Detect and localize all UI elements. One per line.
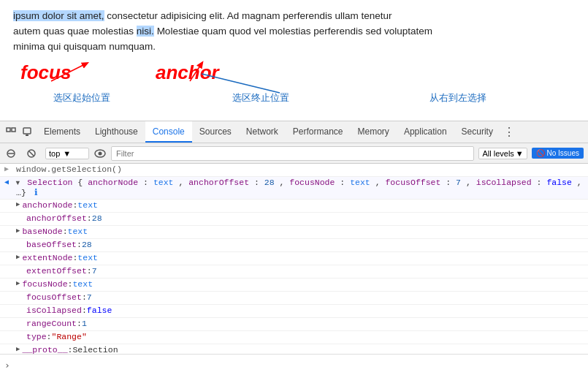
text-after-highlight: consectetur adipisicing elit. Ad magnam … <box>104 10 392 21</box>
devtools-panel: Elements Lighthouse Console Sources Netw… <box>0 121 588 375</box>
level-arrow: ▼ <box>516 149 524 158</box>
prop-type: type : "Range" <box>0 331 588 344</box>
prop-extent-offset: extentOffset : 7 <box>0 265 588 279</box>
console-output[interactable]: ▶ window.getSelection() ◀ ▶ Selection { … <box>0 164 588 354</box>
paragraph-line2: autem quas quae molestias nisi. Molestia… <box>13 26 432 37</box>
context-value: top <box>49 149 60 158</box>
tab-elements[interactable]: Elements <box>37 121 88 143</box>
expand-base-node[interactable]: ▶ <box>16 227 20 235</box>
paragraph-line3: minima qui quisquam numquam. <box>13 41 156 52</box>
context-select[interactable]: top ▼ <box>45 148 89 159</box>
console-bottom-input: › <box>0 354 588 375</box>
highlighted-text: ipsum dolor sit amet, <box>13 10 104 21</box>
paragraph: ipsum dolor sit amet, consectetur adipis… <box>13 9 575 55</box>
prop-base-offset: baseOffset : 28 <box>0 239 588 252</box>
result-content: ▶ Selection { anchorNode : text , anchor… <box>16 178 588 198</box>
prop-extent-node: ▶ extentNode : text <box>0 252 588 265</box>
level-value: All levels <box>482 149 513 158</box>
tab-sources[interactable]: Sources <box>192 121 239 143</box>
prop-anchor-offset: anchorOffset : 28 <box>0 213 588 226</box>
chinese-rtl-label: 从右到左选择 <box>429 91 486 105</box>
prop-is-collapsed: isCollapsed : false <box>0 305 588 318</box>
prop-focus-offset: focusOffset : 7 <box>0 292 588 305</box>
result-line: ◀ ▶ Selection { anchorNode : text , anch… <box>0 177 588 200</box>
annotations: focus anchor 选区起始位置 选区终止位置 从右到左选择 <box>13 58 575 109</box>
content-area: ipsum dolor sit amet, consectetur adipis… <box>0 0 588 121</box>
input-content: window.getSelection() <box>16 164 588 174</box>
svg-line-1 <box>190 64 202 81</box>
bottom-prompt: › <box>4 360 10 371</box>
prop-base-node: ▶ baseNode : text <box>0 226 588 239</box>
tab-console[interactable]: Console <box>145 121 192 143</box>
result-chevron[interactable]: ◀ <box>4 178 15 186</box>
no-issues-text: 🚫 No Issues <box>536 149 579 157</box>
block-icon[interactable] <box>25 147 38 160</box>
tab-lighthouse[interactable]: Lighthouse <box>88 121 145 143</box>
tab-network[interactable]: Network <box>239 121 286 143</box>
svg-point-12 <box>99 151 102 155</box>
input-chevron: ▶ <box>4 164 15 173</box>
tab-memory[interactable]: Memory <box>351 121 397 143</box>
chinese-start-label: 选区起始位置 <box>53 91 110 105</box>
devtools-toolbar: Elements Lighthouse Console Sources Netw… <box>0 121 588 143</box>
highlight-nisi: nisi. <box>137 26 154 37</box>
devtools-tabs: Elements Lighthouse Console Sources Netw… <box>37 121 500 143</box>
context-dropdown-arrow: ▼ <box>63 149 71 158</box>
svg-line-0 <box>51 64 86 81</box>
console-input-line: ▶ window.getSelection() <box>0 164 588 177</box>
filter-input[interactable] <box>111 146 474 161</box>
eye-icon[interactable] <box>93 147 107 160</box>
expand-anchor-node[interactable]: ▶ <box>16 200 20 208</box>
expand-proto[interactable]: ▶ <box>16 345 20 353</box>
inspect-icon[interactable] <box>4 126 18 139</box>
expand-selection[interactable]: ▶ <box>14 181 22 185</box>
expand-focus-node[interactable]: ▶ <box>16 279 20 287</box>
prop-anchor-node: ▶ anchorNode : text <box>0 200 588 213</box>
tab-performance[interactable]: Performance <box>286 121 351 143</box>
tab-application[interactable]: Application <box>397 121 454 143</box>
svg-rect-4 <box>12 128 15 132</box>
clear-console-icon[interactable] <box>4 147 18 160</box>
svg-rect-5 <box>23 128 31 134</box>
svg-rect-3 <box>7 128 10 132</box>
no-issues-badge[interactable]: 🚫 No Issues <box>532 148 584 159</box>
more-tabs-button[interactable]: ⋮ <box>500 125 518 139</box>
console-repl-input[interactable] <box>15 360 584 371</box>
level-select[interactable]: All levels ▼ <box>478 148 527 159</box>
info-icon[interactable]: ℹ <box>34 188 38 198</box>
expand-extent-node[interactable]: ▶ <box>16 253 20 261</box>
svg-line-10 <box>29 151 34 156</box>
chinese-end-label: 选区终止位置 <box>232 91 289 105</box>
tab-security[interactable]: Security <box>454 121 500 143</box>
prop-proto: ▶ __proto__ : Selection <box>0 344 588 354</box>
svg-line-2 <box>202 74 280 93</box>
svg-rect-6 <box>26 135 28 136</box>
console-toolbar: top ▼ All levels ▼ 🚫 No Issues <box>0 143 588 164</box>
prop-focus-node: ▶ focusNode : text <box>0 279 588 292</box>
prop-range-count: rangeCount : 1 <box>0 318 588 331</box>
device-icon[interactable] <box>20 126 34 139</box>
